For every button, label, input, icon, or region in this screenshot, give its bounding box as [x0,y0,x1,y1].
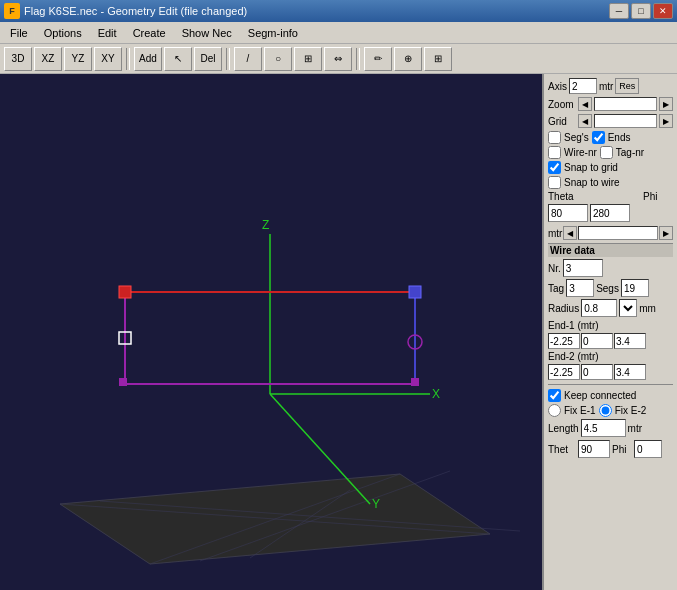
window-controls: ─ □ ✕ [609,3,673,19]
radius-input[interactable] [581,299,617,317]
move-button[interactable]: ⇔ [324,47,352,71]
geometry-canvas: Z Y X [0,74,542,590]
svg-text:X: X [432,387,440,401]
phi-bottom-input[interactable] [634,440,662,458]
snap-to-grid-label: Snap to grid [564,162,618,173]
zoom-left-button[interactable]: ◀ [578,97,592,111]
toolbar: 3D XZ YZ XY Add ↖ Del / ○ ⊞ ⇔ ✏ ⊕ ⊞ [0,44,677,74]
radius-unit-label: mm [639,303,656,314]
wire-nr-row: Wire-nr Tag-nr [548,146,673,159]
zoom-right-button[interactable]: ▶ [659,97,673,111]
snap-to-wire-checkbox[interactable] [548,176,561,189]
snap-to-grid-checkbox[interactable] [548,161,561,174]
grid-right-button[interactable]: ▶ [659,114,673,128]
fix-e1-radio[interactable] [548,404,561,417]
svg-rect-22 [411,378,419,386]
end1-x-input[interactable] [548,333,580,349]
snap-to-wire-row: Snap to wire [548,176,673,189]
keep-connected-label: Keep connected [564,390,636,401]
svg-rect-17 [119,286,131,298]
wire-nr-input[interactable] [563,259,603,277]
menu-edit[interactable]: Edit [90,23,125,43]
end1-row [548,333,673,349]
wire-nr-label: Wire-nr [564,147,597,158]
menu-segm-info[interactable]: Segm-info [240,23,306,43]
theta-input[interactable] [548,204,588,222]
view-3d-button[interactable]: 3D [4,47,32,71]
view-xy-button[interactable]: XY [94,47,122,71]
res-button[interactable]: Res [615,78,639,94]
theta-bottom-input[interactable] [578,440,610,458]
segs-row: Seg's Ends [548,131,673,144]
view-xz-button[interactable]: XZ [34,47,62,71]
end2-x-input[interactable] [548,364,580,380]
close-button[interactable]: ✕ [653,3,673,19]
wire-tag-label: Tag [548,283,564,294]
end2-row [548,364,673,380]
select-tool-button[interactable]: ↖ [164,47,192,71]
right-panel: Axis mtr Res Zoom ◀ ▶ Grid ◀ ▶ Seg's End… [542,74,677,590]
ends-checkbox[interactable] [592,131,605,144]
grid-left-button[interactable]: ◀ [578,114,592,128]
menu-show-nec[interactable]: Show Nec [174,23,240,43]
svg-rect-18 [409,286,421,298]
segs-label: Seg's [564,132,589,143]
wire-segs-input[interactable] [621,279,649,297]
theta-label: Theta [548,191,641,202]
wire-nr-checkbox[interactable] [548,146,561,159]
zoom-button[interactable]: ⊕ [394,47,422,71]
wire-track[interactable] [578,226,658,240]
menu-bar: File Options Edit Create Show Nec Segm-i… [0,22,677,44]
radius-unit-select[interactable]: ▼ [619,299,637,317]
snap-to-grid-row: Snap to grid [548,161,673,174]
svg-rect-21 [119,378,127,386]
divider-1 [548,384,673,385]
theta-bottom-label: Thet [548,444,576,455]
paint-button[interactable]: ✏ [364,47,392,71]
segs-checkbox[interactable] [548,131,561,144]
end1-z-input[interactable] [614,333,646,349]
fix-e2-radio[interactable] [599,404,612,417]
view-yz-button[interactable]: YZ [64,47,92,71]
tag-nr-checkbox[interactable] [600,146,613,159]
menu-file[interactable]: File [2,23,36,43]
grid-row: Grid ◀ ▶ [548,114,673,128]
radius-label: Radius [548,303,579,314]
axis-label: Axis [548,81,567,92]
wire-nr-label2: Nr. [548,263,561,274]
minimize-button[interactable]: ─ [609,3,629,19]
fix-e2-label: Fix E-2 [615,405,647,416]
grid-label: Grid [548,116,576,127]
menu-create[interactable]: Create [125,23,174,43]
phi-input[interactable] [590,204,630,222]
wire-prev-button[interactable]: ◀ [563,226,577,240]
wire-next-button[interactable]: ▶ [659,226,673,240]
wire-tag-input[interactable] [566,279,594,297]
delete-button[interactable]: Del [194,47,222,71]
end2-y-input[interactable] [581,364,613,380]
arc-tool-button[interactable]: ○ [264,47,292,71]
line-tool-button[interactable]: / [234,47,262,71]
length-unit-label: mtr [628,423,642,434]
wire-data-section: Wire data [548,243,673,257]
length-input[interactable] [581,419,626,437]
fix-e-row: Fix E-1 Fix E-2 [548,404,673,417]
end2-z-input[interactable] [614,364,646,380]
separator-1 [126,48,130,70]
axis-input[interactable] [569,78,597,94]
zoom-track[interactable] [594,97,657,111]
menu-options[interactable]: Options [36,23,90,43]
measure-button[interactable]: ⊞ [424,47,452,71]
title-bar: F Flag K6SE.nec - Geometry Edit (file ch… [0,0,677,22]
canvas-area[interactable]: Z Y X [0,74,542,590]
keep-connected-checkbox[interactable] [548,389,561,402]
add-button[interactable]: Add [134,47,162,71]
transform-button[interactable]: ⊞ [294,47,322,71]
maximize-button[interactable]: □ [631,3,651,19]
end1-y-input[interactable] [581,333,613,349]
phi-bottom-label: Phi [612,444,632,455]
grid-track[interactable] [594,114,657,128]
app-icon: F [4,3,20,19]
fix-e1-label: Fix E-1 [564,405,596,416]
zoom-row: Zoom ◀ ▶ [548,97,673,111]
